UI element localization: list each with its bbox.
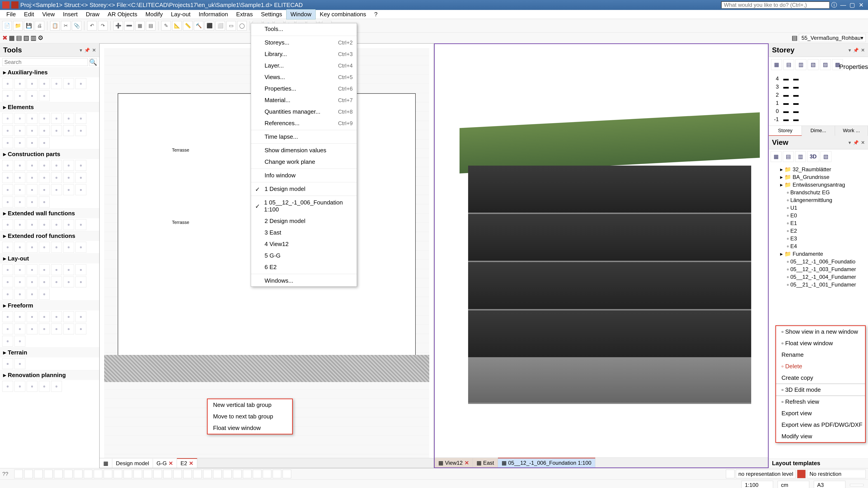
toolbar-button[interactable]: ↶ — [87, 21, 97, 30]
gear-icon[interactable]: ⚙ — [38, 34, 43, 41]
tool-button[interactable]: ▫ — [63, 311, 74, 322]
toolbar-button[interactable]: 📁 — [13, 21, 23, 30]
panel-tab[interactable]: Work ... — [835, 126, 868, 136]
storey-tool[interactable]: ▧ — [808, 59, 818, 70]
bottom-tool[interactable] — [253, 470, 261, 478]
tree-node[interactable]: ▸ 📁 32_Raumblätter — [771, 165, 866, 173]
bottom-tool[interactable] — [124, 470, 132, 478]
tool-button[interactable]: ▫ — [14, 277, 25, 287]
view-tool[interactable]: ▤ — [783, 151, 794, 162]
tool-button[interactable]: ▫ — [27, 78, 37, 89]
menu-item[interactable]: Info window — [251, 170, 357, 181]
tool-button[interactable]: ▫ — [27, 242, 37, 252]
tool-button[interactable]: ▫ — [51, 264, 62, 275]
tool-button[interactable]: ▫ — [2, 381, 13, 392]
tree-node[interactable]: ▫ E1 — [771, 219, 866, 227]
bottom-tool[interactable] — [243, 470, 251, 478]
tool-button[interactable]: ▫ — [2, 196, 13, 207]
toolbar-button[interactable]: 📏 — [183, 21, 192, 30]
tree-node[interactable]: ▸ 📁 Entwässerungsantrag — [771, 181, 866, 189]
menu-modify[interactable]: Modify — [142, 9, 167, 19]
tool-button[interactable]: ▫ — [14, 242, 25, 252]
bottom-tool[interactable] — [24, 470, 33, 478]
context-item[interactable]: Rename — [776, 349, 865, 361]
tools-search-input[interactable] — [2, 58, 88, 66]
tool-button[interactable]: ▫ — [27, 125, 37, 136]
storey-row[interactable]: 2▬▬ — [772, 91, 865, 99]
toolbar-button[interactable]: ▤ — [146, 21, 155, 30]
tool-button[interactable]: ▫ — [63, 125, 74, 136]
bottom-tool[interactable] — [213, 470, 222, 478]
menu-item[interactable]: Windows... — [251, 275, 357, 286]
select-icon[interactable]: ▦ — [9, 34, 15, 41]
tool-button[interactable]: ▫ — [14, 264, 25, 275]
toolbar-button[interactable]: ➖ — [124, 21, 134, 30]
tool-button[interactable]: ▫ — [51, 184, 62, 195]
section-extended-roof-functions[interactable]: ▸ Extended roof functions — [0, 231, 99, 241]
paper-combo[interactable]: A3 — [814, 481, 845, 488]
tool-button[interactable]: ▫ — [2, 311, 13, 322]
toolbar-button[interactable]: 📄 — [2, 21, 12, 30]
tool-button[interactable]: ▫ — [2, 324, 13, 334]
tree-node[interactable]: ▫ 05__12_-1_004_Fundamer — [771, 273, 866, 281]
tree-node[interactable]: ▫ 05__12_-1_003_Fundamer — [771, 266, 866, 273]
tab-design-model[interactable]: Design model — [112, 458, 153, 468]
layout-templates-header[interactable]: Layout templates — [769, 458, 868, 468]
tool-button[interactable]: ▫ — [39, 219, 50, 230]
tool-button[interactable]: ▫ — [75, 125, 86, 136]
tool-button[interactable]: ▫ — [39, 277, 50, 287]
bottom-tool[interactable] — [193, 470, 202, 478]
outline-icon[interactable]: ▧ — [23, 34, 29, 41]
tool-button[interactable]: ▫ — [39, 90, 50, 101]
pin-icon[interactable]: 📌 — [853, 48, 859, 53]
tool-button[interactable]: ▫ — [14, 78, 25, 89]
menu-item[interactable]: 3 East — [251, 227, 357, 238]
storey-row[interactable]: -1▬▬ — [772, 115, 865, 123]
tool-button[interactable]: ▫ — [39, 264, 50, 275]
tool-button[interactable]: ▫ — [2, 138, 13, 148]
tool-button[interactable]: ▫ — [14, 90, 25, 101]
tool-button[interactable]: ▫ — [39, 184, 50, 195]
bottom-tool[interactable] — [183, 470, 192, 478]
storey-tool[interactable]: ▨ — [820, 59, 831, 70]
toolbar-button[interactable]: ✎ — [161, 21, 171, 30]
tool-button[interactable]: ▫ — [27, 289, 37, 300]
tree-node[interactable]: ▸ 📁 BA_Grundrisse — [771, 173, 866, 181]
tree-node[interactable]: ▫ E0 — [771, 212, 866, 219]
pin-icon[interactable]: 📌 — [84, 48, 90, 53]
tool-button[interactable]: ▫ — [51, 311, 62, 322]
tool-button[interactable]: ▫ — [51, 125, 62, 136]
filter-icon[interactable]: ▥ — [31, 34, 36, 41]
tab-view12[interactable]: ▦ View12✕ — [435, 458, 473, 467]
bottom-tool[interactable] — [114, 470, 122, 478]
tool-button[interactable]: ▫ — [51, 172, 62, 183]
context-item[interactable]: Modify view — [776, 431, 865, 442]
maximize-button[interactable]: ▢ — [848, 2, 857, 8]
close-icon[interactable]: ✕ — [861, 140, 865, 145]
bottom-tool[interactable] — [44, 470, 53, 478]
bottom-tool[interactable] — [74, 470, 83, 478]
storey-tool[interactable]: ▥ — [796, 59, 806, 70]
tool-button[interactable]: ▫ — [39, 196, 50, 207]
bottom-tool[interactable] — [173, 470, 182, 478]
tool-button[interactable]: ▫ — [14, 289, 25, 300]
bottom-tool[interactable] — [153, 470, 162, 478]
tool-button[interactable]: ▫ — [27, 219, 37, 230]
section-elements[interactable]: ▸ Elements — [0, 102, 99, 112]
context-item[interactable]: ▫ Delete — [776, 361, 865, 372]
tool-button[interactable]: ▫ — [14, 381, 25, 392]
tool-button[interactable]: ▫ — [75, 184, 86, 195]
tool-button[interactable]: ▫ — [2, 113, 13, 124]
context-item[interactable]: Export view as PDF/DWG/DXF — [776, 419, 865, 431]
tool-button[interactable]: ▫ — [27, 160, 37, 171]
bottom-tool[interactable] — [84, 470, 92, 478]
tool-button[interactable]: ▫ — [51, 160, 62, 171]
toolbar-button[interactable]: 📎 — [72, 21, 81, 30]
tool-button[interactable]: ▫ — [39, 78, 50, 89]
tool-button[interactable]: ▫ — [14, 196, 25, 207]
tool-button[interactable]: ▫ — [27, 184, 37, 195]
tool-button[interactable]: ▫ — [39, 289, 50, 300]
toolbar-button[interactable]: ▭ — [226, 21, 236, 30]
tool-button[interactable]: ▫ — [14, 172, 25, 183]
storey-row[interactable]: 0▬▬ — [772, 107, 865, 115]
